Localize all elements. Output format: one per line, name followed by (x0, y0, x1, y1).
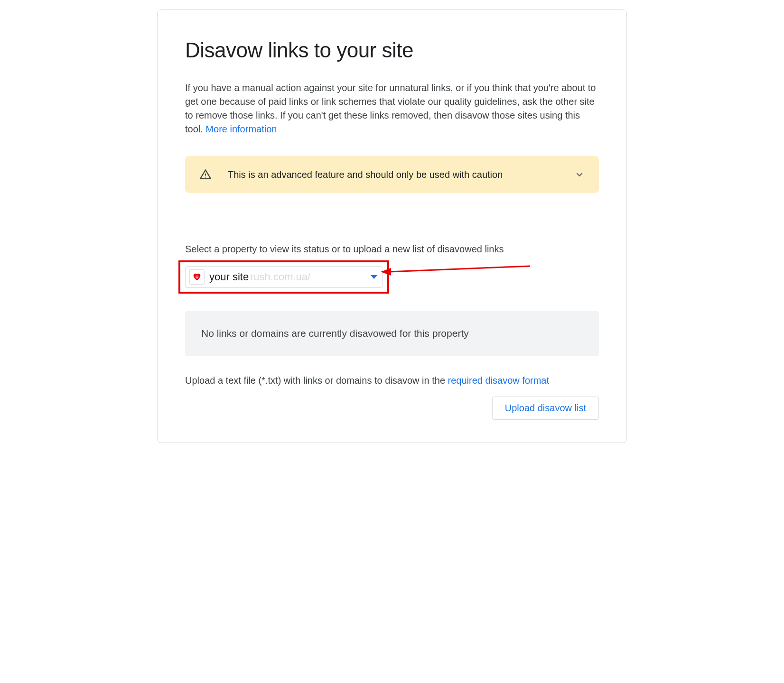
property-select-value-wrap: rush.com.ua/ your site (209, 271, 366, 283)
upload-disavow-list-button[interactable]: Upload disavow list (492, 397, 599, 420)
property-section: Select a property to view its status or … (158, 216, 626, 443)
dropdown-caret-icon (371, 275, 377, 279)
more-information-link[interactable]: More information (205, 124, 277, 134)
svg-line-3 (389, 266, 530, 272)
description-text: If you have a manual action against your… (185, 81, 599, 136)
property-favicon (189, 269, 205, 285)
upload-instruction-prefix: Upload a text file (*.txt) with links or… (185, 375, 448, 386)
property-select-value: your site (209, 271, 250, 283)
upload-button-row: Upload disavow list (185, 397, 599, 420)
upload-instruction: Upload a text file (*.txt) with links or… (185, 375, 599, 386)
property-select-highlight-wrap: rush.com.ua/ your site (185, 266, 383, 288)
warning-icon (199, 168, 212, 181)
warning-text: This is an advanced feature and should o… (228, 169, 558, 180)
svg-point-1 (205, 176, 206, 177)
status-banner: No links or domains are currently disavo… (185, 311, 599, 356)
header-section: Disavow links to your site If you have a… (158, 10, 626, 216)
chevron-down-icon (574, 169, 585, 180)
annotation-arrow (381, 265, 532, 279)
property-select-ghost-text: rush.com.ua/ (250, 271, 310, 283)
disavow-card: Disavow links to your site If you have a… (157, 9, 627, 443)
disavow-format-link[interactable]: required disavow format (448, 375, 549, 386)
page-title: Disavow links to your site (185, 38, 599, 62)
status-empty-message: No links or domains are currently disavo… (201, 328, 469, 339)
property-select-label: Select a property to view its status or … (185, 244, 599, 255)
property-select[interactable]: rush.com.ua/ your site (185, 266, 383, 288)
warning-banner[interactable]: This is an advanced feature and should o… (185, 156, 599, 193)
